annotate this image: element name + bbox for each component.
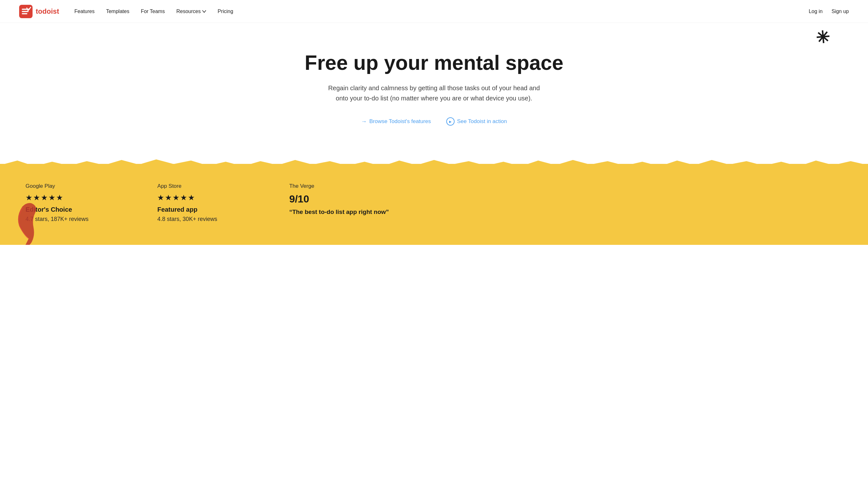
verge-source: The Verge (289, 183, 408, 189)
hero-section: Free up your mental space Regain clarity… (0, 23, 868, 145)
nav-pricing[interactable]: Pricing (218, 9, 233, 14)
nav-features[interactable]: Features (74, 9, 94, 14)
arrow-right-icon: → (361, 118, 367, 125)
see-in-action-link[interactable]: ▶ See Todoist in action (446, 117, 507, 126)
verge-item: The Verge 9/10 “The best to-do list app … (289, 183, 408, 223)
play-icon: ▶ (446, 117, 455, 126)
nav-for-teams[interactable]: For Teams (141, 9, 165, 14)
logo-link[interactable]: todoist (19, 5, 59, 18)
signup-link[interactable]: Sign up (832, 9, 849, 14)
app-store-item: App Store ★★★★★ Featured app 4.8 stars, … (157, 183, 276, 223)
nav-links: Features Templates For Teams Resources P… (74, 9, 809, 14)
app-store-main: Featured app (157, 206, 276, 213)
hero-cta: → Browse Todoist's features ▶ See Todois… (361, 117, 507, 126)
decorative-asterisk: ✳ (815, 29, 830, 47)
social-proof-banner: Google Play ★★★★★ Editor's Choice 4.7 st… (0, 164, 868, 245)
verge-score: 9/10 (289, 193, 408, 205)
nav-auth: Log in Sign up (809, 9, 849, 14)
main-nav: todoist Features Templates For Teams Res… (0, 0, 868, 23)
app-store-source: App Store (157, 183, 276, 189)
login-link[interactable]: Log in (809, 9, 823, 14)
brush-decoration (10, 197, 61, 245)
app-store-sub: 4.8 stars, 30K+ reviews (157, 216, 276, 223)
logo-text: todoist (36, 7, 59, 16)
browse-features-link[interactable]: → Browse Todoist's features (361, 118, 431, 125)
hero-subtitle: Regain clarity and calmness by getting a… (326, 83, 543, 103)
nav-templates[interactable]: Templates (106, 9, 129, 14)
chevron-down-icon (202, 10, 206, 13)
logo-icon (19, 5, 33, 18)
nav-resources[interactable]: Resources (177, 9, 206, 14)
hero-title: Free up your mental space (305, 52, 563, 74)
verge-quote: “The best to-do list app right now” (289, 208, 408, 216)
google-play-source: Google Play (26, 183, 144, 189)
app-store-stars: ★★★★★ (157, 193, 276, 202)
hero-content: Free up your mental space Regain clarity… (0, 23, 868, 145)
banner-grid: Google Play ★★★★★ Editor's Choice 4.7 st… (26, 183, 408, 223)
